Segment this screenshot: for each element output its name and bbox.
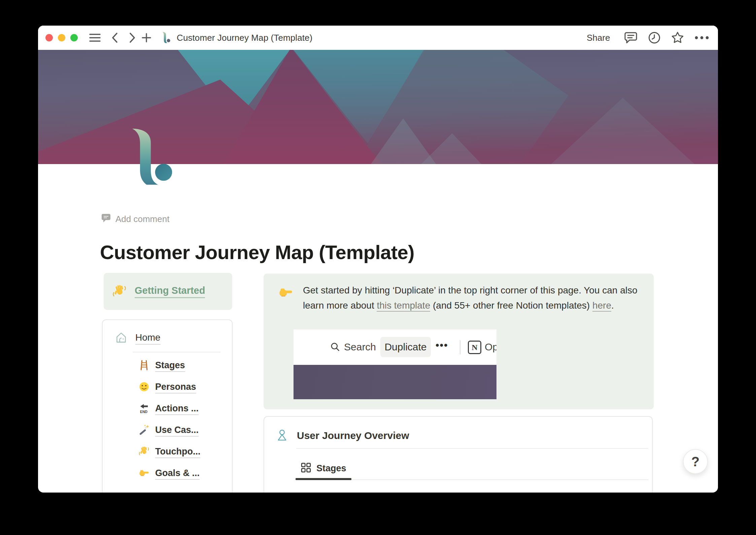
help-button[interactable]: ? xyxy=(683,449,708,474)
add-comment-button[interactable]: Add comment xyxy=(101,213,169,225)
zoom-window-button[interactable] xyxy=(70,34,78,41)
sub-page-label: Goals & ... xyxy=(155,468,200,480)
house-icon xyxy=(115,332,127,345)
sub-page-link-goals[interactable]: Goals & ... xyxy=(103,463,232,484)
sub-page-label: Personas xyxy=(155,382,196,394)
page-icon-logo[interactable] xyxy=(130,128,175,187)
screenshot-cover-fragment xyxy=(294,365,496,399)
active-tab-underline xyxy=(296,478,351,480)
close-window-button[interactable] xyxy=(45,34,53,41)
page-favicon-logo xyxy=(162,26,171,50)
new-tab-icon[interactable] xyxy=(142,26,151,50)
svg-text:END: END xyxy=(140,410,147,414)
this-template-link[interactable]: this template xyxy=(377,300,430,312)
screenshot-open-label: Op xyxy=(485,341,496,353)
comment-bubble-icon xyxy=(101,213,111,225)
sub-page-link-stages[interactable]: Stages xyxy=(103,355,232,377)
overview-title: User Journey Overview xyxy=(297,430,409,441)
waving-hand-emoji xyxy=(139,446,149,458)
getting-started-callout: Getting Started xyxy=(104,273,232,310)
grid-icon xyxy=(301,463,311,474)
ladder-emoji xyxy=(139,360,149,372)
add-comment-label: Add comment xyxy=(115,214,169,224)
callout-text: Get started by hitting ‘Duplicate’ in th… xyxy=(303,283,643,313)
home-card: Home Stages Personas END Actions ... xyxy=(102,319,233,493)
waving-hand-emoji xyxy=(112,284,127,298)
screenshot-search-label: Search xyxy=(344,341,376,353)
hamburger-menu-icon[interactable] xyxy=(89,26,101,50)
divider xyxy=(133,352,220,352)
sub-page-label: Use Cas... xyxy=(155,425,199,437)
screenshot-more-dots: ••• xyxy=(436,340,448,351)
end-arrow-emoji: END xyxy=(139,403,149,415)
divider xyxy=(296,448,648,449)
search-icon xyxy=(330,342,341,355)
screenshot-topbar: Search Duplicate ••• N Op xyxy=(294,329,496,365)
home-page-link-row[interactable]: Home xyxy=(103,320,232,345)
callout-text-part: . xyxy=(611,300,614,311)
getting-started-link[interactable]: Getting Started xyxy=(135,285,205,298)
sub-page-label: Actions ... xyxy=(155,403,199,415)
share-button[interactable]: Share xyxy=(587,26,610,50)
tab-stages[interactable]: Stages xyxy=(301,463,346,474)
sub-page-label: Stages xyxy=(155,360,185,372)
pointing-right-emoji xyxy=(278,285,293,300)
sub-page-link-actions[interactable]: END Actions ... xyxy=(103,398,232,420)
here-link[interactable]: here xyxy=(592,300,611,312)
callout-text-part: (and 55+ other free Notion templates) xyxy=(430,300,592,311)
app-window: Customer Journey Map (Template) Share xyxy=(38,26,718,493)
sub-page-link-personas[interactable]: Personas xyxy=(103,377,232,398)
forward-icon[interactable] xyxy=(129,26,136,50)
user-journey-overview-card: User Journey Overview Stages xyxy=(264,416,653,493)
sub-page-label: Touchpo... xyxy=(155,446,200,458)
embedded-screenshot-image: Search Duplicate ••• N Op xyxy=(294,329,496,399)
back-icon[interactable] xyxy=(111,26,118,50)
overview-header[interactable]: User Journey Overview xyxy=(276,429,409,442)
sub-page-link-touchpoints[interactable]: Touchpo... xyxy=(103,441,232,463)
sub-page-link-use-cases[interactable]: Use Cas... xyxy=(103,420,232,441)
magic-wand-emoji xyxy=(139,424,149,437)
home-link-label[interactable]: Home xyxy=(135,332,161,345)
page-title: Customer Journey Map (Template) xyxy=(100,241,414,263)
screenshot-divider xyxy=(460,340,460,354)
screenshot-duplicate-button: Duplicate xyxy=(380,337,431,357)
comments-icon[interactable] xyxy=(624,26,638,50)
more-options-icon[interactable] xyxy=(694,26,709,50)
history-clock-icon[interactable] xyxy=(648,26,661,50)
smiling-face-emoji xyxy=(139,381,149,394)
duplicate-instructions-callout: Get started by hitting ‘Duplicate’ in th… xyxy=(264,274,654,409)
minimize-window-button[interactable] xyxy=(58,34,65,41)
titlebar: Customer Journey Map (Template) Share xyxy=(38,26,718,50)
tab-stages-label: Stages xyxy=(316,463,346,474)
window-title: Customer Journey Map (Template) xyxy=(177,26,312,50)
pointing-right-emoji xyxy=(139,468,149,480)
favorite-star-icon[interactable] xyxy=(671,26,684,50)
notion-logo-icon: N xyxy=(468,341,481,354)
person-icon xyxy=(276,429,288,442)
